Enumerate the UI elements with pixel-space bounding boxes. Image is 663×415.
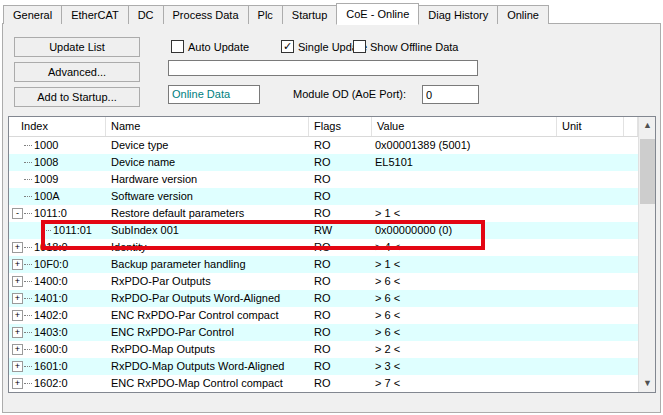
table-row-100A[interactable]: 100ASoftware versionRO — [9, 188, 638, 205]
table-row-1403:0[interactable]: +1403:0ENC RxPDO-Par ControlRO> 6 < — [9, 324, 638, 341]
scrollbar-thumb[interactable] — [640, 139, 655, 204]
cell-unit — [557, 154, 624, 171]
show-offline-data-label: Show Offline Data — [370, 41, 458, 53]
column-header-unit[interactable]: Unit — [557, 117, 624, 136]
table-row-1011:01[interactable]: 1011:01SubIndex 001RW0x00000000 (0) — [9, 222, 638, 239]
tree-branch-icon — [24, 281, 32, 282]
index-value: 1601:0 — [34, 358, 68, 375]
table-row-1000[interactable]: 1000Device typeRO0x00001389 (5001) — [9, 137, 638, 154]
tab-general[interactable]: General — [3, 5, 62, 24]
cell-flags: RO — [309, 341, 372, 358]
expand-plus-icon[interactable]: + — [12, 327, 23, 338]
cell-index: 1011:01 — [9, 222, 106, 239]
cell-unit — [557, 256, 624, 273]
tab-plc[interactable]: Plc — [248, 5, 283, 24]
cell-index: +10F0:0 — [9, 256, 106, 273]
cell-index: 1008 — [9, 154, 106, 171]
filter-input[interactable] — [168, 60, 478, 76]
table-row-1601:0[interactable]: +1601:0RxPDO-Map Outputs Word-AlignedRO>… — [9, 358, 638, 375]
cell-flags: RO — [309, 239, 372, 256]
expand-plus-icon[interactable]: + — [12, 378, 23, 389]
column-header-name[interactable]: Name — [106, 117, 309, 136]
module-od-input[interactable] — [422, 85, 479, 104]
table-row-1600:0[interactable]: +1600:0RxPDO-Map OutputsRO> 2 < — [9, 341, 638, 358]
column-header-index[interactable]: Index — [9, 117, 106, 136]
cell-value: > 3 < — [372, 358, 557, 375]
cell-unit — [557, 341, 624, 358]
cell-flags: RO — [309, 205, 372, 222]
collapse-minus-icon[interactable]: - — [12, 208, 23, 219]
column-header-value[interactable]: Value — [372, 117, 557, 136]
tree-branch-icon — [24, 383, 32, 384]
table-row-1018:0[interactable]: +1018:0IdentityRO> 4 < — [9, 239, 638, 256]
cell-name: ENC RxPDO-Par Control — [106, 324, 309, 341]
table-row-1011:0[interactable]: -1011:0Restore default parametersRO> 1 < — [9, 205, 638, 222]
table-body: 1000Device typeRO0x00001389 (5001)1008De… — [9, 137, 638, 392]
table-row-10F0:0[interactable]: +10F0:0Backup parameter handlingRO> 1 < — [9, 256, 638, 273]
scroll-up-icon[interactable]: ▲ — [639, 117, 656, 134]
add-to-startup-button[interactable]: Add to Startup... — [14, 87, 140, 107]
expand-plus-icon[interactable]: + — [12, 344, 23, 355]
table-row-1602:0[interactable]: +1602:0ENC RxPDO-Map Control compactRO> … — [9, 375, 638, 392]
cell-value: > 4 < — [372, 239, 557, 256]
expand-plus-icon[interactable]: + — [12, 310, 23, 321]
expand-plus-icon[interactable]: + — [12, 259, 23, 270]
cell-name: RxPDO-Par Outputs — [106, 273, 309, 290]
table-row-1400:0[interactable]: +1400:0RxPDO-Par OutputsRO> 6 < — [9, 273, 638, 290]
column-header-flags[interactable]: Flags — [309, 117, 372, 136]
expand-plus-icon[interactable]: + — [12, 276, 23, 287]
table-row-1401:0[interactable]: +1401:0RxPDO-Par Outputs Word-AlignedRO>… — [9, 290, 638, 307]
table-row-1009[interactable]: 1009Hardware versionRO — [9, 171, 638, 188]
cell-name: RxPDO-Map Outputs Word-Aligned — [106, 358, 309, 375]
scroll-down-icon[interactable]: ▼ — [639, 375, 656, 392]
tab-coe-online[interactable]: CoE - Online — [336, 3, 419, 25]
cell-name: Software version — [106, 188, 309, 205]
index-value: 1011:0 — [34, 205, 67, 222]
advanced-button[interactable]: Advanced... — [14, 62, 140, 82]
cell-flags: RO — [309, 307, 372, 324]
expand-plus-icon[interactable]: + — [12, 293, 23, 304]
cell-value: EL5101 — [372, 154, 557, 171]
table-row-1008[interactable]: 1008Device nameROEL5101 — [9, 154, 638, 171]
tree-branch-icon — [24, 366, 32, 367]
cell-flags: RO — [309, 171, 372, 188]
expand-plus-icon[interactable]: + — [12, 242, 23, 253]
cell-flags: RO — [309, 188, 372, 205]
cell-value: > 1 < — [372, 256, 557, 273]
tab-process-data[interactable]: Process Data — [163, 5, 249, 24]
cell-value — [372, 188, 557, 205]
cell-unit — [557, 137, 624, 154]
tree-branch-icon — [24, 179, 32, 180]
cell-unit — [557, 205, 624, 222]
cell-index: +1402:0 — [9, 307, 106, 324]
tab-dc[interactable]: DC — [128, 5, 164, 24]
update-list-button[interactable]: Update List — [14, 37, 140, 57]
cell-flags: RO — [309, 324, 372, 341]
checkbox-box-icon — [171, 40, 184, 53]
tree-branch-icon — [24, 332, 32, 333]
tab-ethercat[interactable]: EtherCAT — [61, 5, 128, 24]
cell-unit — [557, 239, 624, 256]
cell-value: > 6 < — [372, 273, 557, 290]
cell-index: +1018:0 — [9, 239, 106, 256]
tab-startup[interactable]: Startup — [282, 5, 337, 24]
tab-online[interactable]: Online — [497, 5, 549, 24]
expand-plus-icon[interactable]: + — [12, 361, 23, 372]
cell-index: +1601:0 — [9, 358, 106, 375]
cell-unit — [557, 290, 624, 307]
tab-diag-history[interactable]: Diag History — [418, 5, 498, 24]
table-row-1402:0[interactable]: +1402:0ENC RxPDO-Par Control compactRO> … — [9, 307, 638, 324]
vertical-scrollbar[interactable]: ▲ ▼ — [638, 117, 655, 392]
cell-name: Identity — [106, 239, 309, 256]
show-offline-data-checkbox[interactable]: Show Offline Data — [353, 40, 458, 53]
cell-value: > 6 < — [372, 290, 557, 307]
tree-branch-icon — [24, 298, 32, 299]
tree-branch-icon — [24, 213, 32, 214]
checkbox-box-icon — [353, 40, 366, 53]
cell-value — [372, 171, 557, 188]
auto-update-checkbox[interactable]: Auto Update — [171, 40, 249, 53]
cell-name: Device type — [106, 137, 309, 154]
tree-branch-icon — [24, 264, 32, 265]
index-value: 1600:0 — [34, 341, 68, 358]
cell-flags: RO — [309, 375, 372, 392]
